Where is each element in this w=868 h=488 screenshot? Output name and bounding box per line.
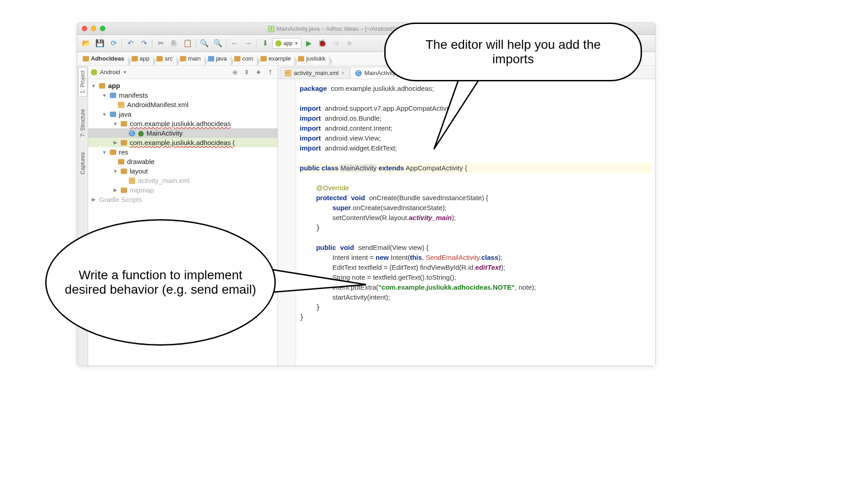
paste-icon[interactable]: 📋 [181, 37, 194, 50]
run-config-label: app [283, 40, 292, 47]
cut-icon[interactable]: ✂ [154, 37, 167, 50]
run-config-selector[interactable]: app ▼ [272, 38, 302, 49]
crumb-jusliukk[interactable]: jusliukk [294, 55, 329, 62]
run-button[interactable]: ▶ [302, 37, 315, 50]
attach-icon[interactable]: ⇉ [330, 37, 342, 50]
crumb-app[interactable]: app [128, 55, 153, 62]
xml-file-icon [118, 102, 124, 108]
stop-icon[interactable]: ■ [343, 37, 356, 50]
callout-tail-icon [425, 72, 497, 154]
crumb-java[interactable]: java [204, 55, 231, 62]
close-tab-icon[interactable]: × [341, 70, 344, 76]
tree-item-mainactivity[interactable]: C⬤MainActivity [88, 128, 278, 138]
java-file-icon [268, 26, 274, 32]
sync-icon[interactable]: ⟳ [107, 37, 120, 50]
forward-icon[interactable]: → [242, 37, 255, 50]
class-icon: C [129, 130, 135, 136]
copy-icon[interactable]: ⎘ [168, 37, 180, 50]
project-tree[interactable]: ▼app ▼manifests AndroidManifest.xml ▼jav… [88, 79, 278, 206]
back-icon[interactable]: ← [228, 37, 241, 50]
find-icon[interactable]: 🔍 [198, 37, 211, 50]
open-icon[interactable]: 📂 [80, 37, 93, 50]
hide-icon[interactable]: ⤒ [266, 69, 275, 76]
crumb-com[interactable]: com [231, 55, 257, 62]
editor-gutter [278, 79, 296, 366]
crumb-example[interactable]: example [257, 55, 294, 62]
annotation-callout-imports: The editor will help you add the imports [384, 23, 642, 81]
android-icon [91, 69, 97, 75]
debug-button[interactable]: 🐞 [316, 37, 329, 50]
collapse-icon[interactable]: ⇞ [242, 69, 251, 76]
crumb-root[interactable]: AdhocIdeas [79, 55, 128, 62]
replace-icon[interactable]: 🔍 [212, 37, 224, 50]
tool-tab-structure[interactable]: 7: Structure [78, 106, 87, 140]
minimize-window-button[interactable] [91, 26, 96, 31]
crumb-src[interactable]: src [153, 55, 176, 62]
undo-icon[interactable]: ↶ [124, 37, 137, 50]
svg-marker-0 [434, 72, 484, 149]
tab-activity-main-xml[interactable]: activity_main.xml× [280, 67, 349, 79]
make-icon[interactable]: ⬇ [259, 37, 271, 50]
tool-tab-project[interactable]: 1: Project [78, 67, 87, 97]
scroll-to-icon[interactable]: ⊕ [231, 69, 240, 76]
android-icon [275, 40, 282, 47]
annotation-callout-function: Write a function to implement desired be… [45, 219, 276, 346]
save-icon[interactable]: 💾 [94, 37, 106, 50]
close-window-button[interactable] [82, 26, 87, 31]
zoom-window-button[interactable] [100, 26, 105, 31]
redo-icon[interactable]: ↷ [137, 37, 150, 50]
tool-tab-captures[interactable]: Captures [78, 149, 87, 178]
project-view-selector[interactable]: Android [100, 69, 120, 75]
crumb-main[interactable]: main [176, 55, 204, 62]
settings-icon[interactable]: ✷ [254, 69, 263, 76]
